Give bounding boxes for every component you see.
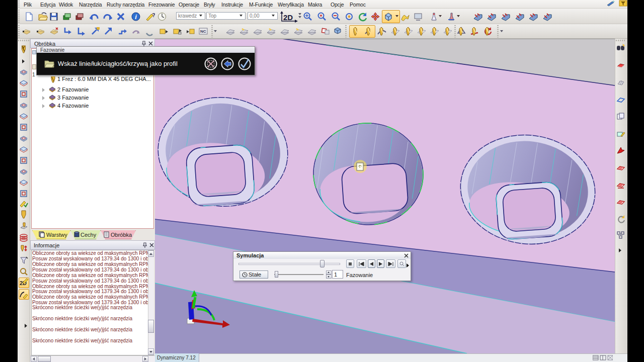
svg-text:2D: 2D [283, 13, 293, 22]
svg-text:?: ? [152, 12, 155, 18]
svg-text:NC: NC [200, 29, 206, 34]
svg-text:i: i [135, 13, 137, 21]
